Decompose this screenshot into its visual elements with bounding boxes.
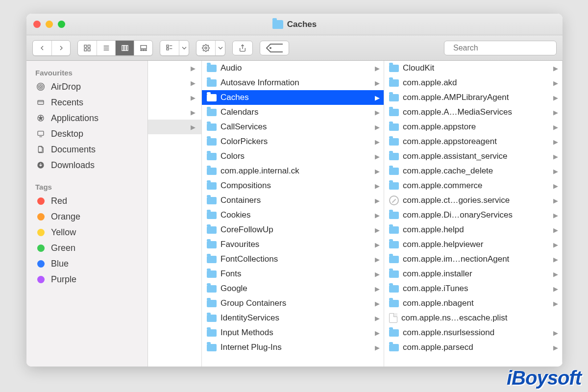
parent-item[interactable]: ▶: [148, 90, 201, 105]
sidebar-tag-orange[interactable]: Orange: [29, 209, 145, 224]
parent-item-selected[interactable]: ▶: [148, 120, 201, 134]
svg-rect-12: [143, 49, 144, 50]
parent-item[interactable]: ▶: [148, 61, 201, 75]
search-field[interactable]: [444, 41, 557, 55]
list-item[interactable]: com.apple.im…nectionAgent▶: [384, 252, 562, 267]
sidebar-item-recents[interactable]: Recents: [29, 95, 145, 110]
list-item[interactable]: com.apple.commerce▶: [384, 178, 562, 193]
tag-dot-icon: [37, 245, 45, 252]
view-columns-button[interactable]: [115, 41, 134, 55]
parent-item[interactable]: ▶: [148, 75, 201, 90]
group-by[interactable]: [160, 40, 189, 56]
item-label: Cookies: [220, 210, 371, 220]
group-by-button[interactable]: [160, 41, 179, 55]
forward-button[interactable]: [51, 41, 70, 55]
tag-dot-icon: [37, 260, 45, 268]
list-item[interactable]: com.apple.ns…escache.plist: [384, 311, 562, 325]
list-item[interactable]: Group Containers▶: [202, 296, 384, 311]
chevron-down-icon[interactable]: [215, 41, 225, 55]
column-0[interactable]: ▶ ▶ ▶ ▶ ▶: [148, 61, 202, 367]
list-item[interactable]: com.apple.parsecd▶: [384, 340, 562, 355]
list-item[interactable]: CoreFollowUp▶: [202, 222, 384, 237]
list-item[interactable]: com.apple.nsurlsessiond▶: [384, 325, 562, 340]
item-label: com.apple.iTunes: [403, 284, 549, 294]
list-item[interactable]: Cookies▶: [202, 208, 384, 222]
list-item[interactable]: com.apple.appstore▶: [384, 120, 562, 134]
svg-point-23: [40, 86, 42, 88]
share-button[interactable]: [232, 41, 253, 55]
sidebar-item-applications[interactable]: Applications: [29, 110, 145, 126]
list-item[interactable]: Google▶: [202, 281, 384, 296]
list-item[interactable]: Containers▶: [202, 193, 384, 208]
list-item[interactable]: Audio▶: [202, 61, 384, 75]
list-item[interactable]: Favourites▶: [202, 237, 384, 252]
back-button[interactable]: [33, 41, 51, 55]
list-item[interactable]: Fonts▶: [202, 267, 384, 281]
list-item[interactable]: com.apple.helpd▶: [384, 222, 562, 237]
list-item[interactable]: com.apple.iTunes▶: [384, 281, 562, 296]
list-item[interactable]: com.apple.assistant_service▶: [384, 149, 562, 164]
chevron-right-icon: ▶: [375, 94, 380, 101]
list-item[interactable]: com.apple.appstoreagent▶: [384, 134, 562, 149]
gear-icon[interactable]: [196, 41, 215, 55]
item-label: com.apple.ct…gories.service: [403, 196, 549, 205]
column-1[interactable]: Audio▶Autosave Information▶Caches▶Calend…: [202, 61, 384, 367]
sidebar-item-documents[interactable]: Documents: [29, 142, 145, 157]
close-button[interactable]: [33, 21, 41, 28]
minimize-button[interactable]: [46, 21, 53, 28]
sidebar-item-desktop[interactable]: Desktop: [29, 126, 145, 142]
item-label: Group Containers: [220, 298, 371, 308]
chevron-right-icon: ▶: [375, 226, 380, 234]
list-item[interactable]: com.apple.ct…gories.service▶: [384, 193, 562, 208]
list-item[interactable]: ColorPickers▶: [202, 134, 384, 149]
sidebar-tag-green[interactable]: Green: [29, 240, 145, 256]
list-item[interactable]: com.apple.akd▶: [384, 75, 562, 90]
list-item[interactable]: Compositions▶: [202, 178, 384, 193]
list-item[interactable]: com.apple.Di…onaryServices▶: [384, 208, 562, 222]
list-item[interactable]: CallServices▶: [202, 120, 384, 134]
svg-rect-7: [122, 45, 123, 50]
list-item[interactable]: FontCollections▶: [202, 252, 384, 267]
chevron-down-icon[interactable]: [179, 41, 189, 55]
list-item[interactable]: com.apple.nbagent▶: [384, 296, 562, 311]
svg-rect-14: [167, 45, 169, 47]
item-label: com.apple.AMPLibraryAgent: [403, 93, 549, 102]
svg-point-20: [270, 47, 271, 49]
zoom-button[interactable]: [58, 21, 65, 28]
search-input[interactable]: [453, 44, 551, 52]
svg-rect-15: [167, 48, 169, 50]
view-gallery-button[interactable]: [134, 41, 152, 55]
action-menu[interactable]: [196, 40, 225, 56]
desktop-icon: [35, 128, 46, 139]
titlebar: Caches: [26, 14, 563, 35]
list-item[interactable]: com.apple.installer▶: [384, 267, 562, 281]
sidebar-item-downloads[interactable]: Downloads: [29, 157, 145, 173]
list-item[interactable]: com.apple.A…MediaServices▶: [384, 105, 562, 120]
list-item[interactable]: Colors▶: [202, 149, 384, 164]
view-list-button[interactable]: [97, 41, 115, 55]
sidebar-tag-yellow[interactable]: Yellow: [29, 224, 145, 240]
sidebar-tag-red[interactable]: Red: [29, 193, 145, 209]
list-item[interactable]: CloudKit▶: [384, 61, 562, 75]
list-item[interactable]: com.apple.helpviewer▶: [384, 237, 562, 252]
list-item[interactable]: com.apple.cache_delete▶: [384, 164, 562, 178]
folder-icon: [207, 241, 217, 248]
list-item[interactable]: Internet Plug-Ins▶: [202, 340, 384, 355]
list-item[interactable]: Input Methods▶: [202, 325, 384, 340]
svg-rect-3: [88, 49, 90, 51]
tags-button[interactable]: [260, 41, 289, 55]
list-item[interactable]: com.apple.internal.ck▶: [202, 164, 384, 178]
view-icons-button[interactable]: [78, 41, 97, 55]
list-item[interactable]: com.apple.AMPLibraryAgent▶: [384, 90, 562, 105]
list-item[interactable]: IdentityServices▶: [202, 311, 384, 325]
parent-item[interactable]: ▶: [148, 105, 201, 120]
sidebar-tag-blue[interactable]: Blue: [29, 256, 145, 271]
sidebar-item-airdrop[interactable]: AirDrop: [29, 79, 145, 95]
list-item[interactable]: Calendars▶: [202, 105, 384, 120]
column-2[interactable]: CloudKit▶com.apple.akd▶com.apple.AMPLibr…: [384, 61, 563, 367]
chevron-right-icon: ▶: [375, 241, 380, 248]
list-item[interactable]: Autosave Information▶: [202, 75, 384, 90]
sidebar-tag-purple[interactable]: Purple: [29, 271, 145, 287]
list-item[interactable]: Caches▶: [202, 90, 384, 105]
chevron-right-icon: ▶: [375, 270, 380, 278]
